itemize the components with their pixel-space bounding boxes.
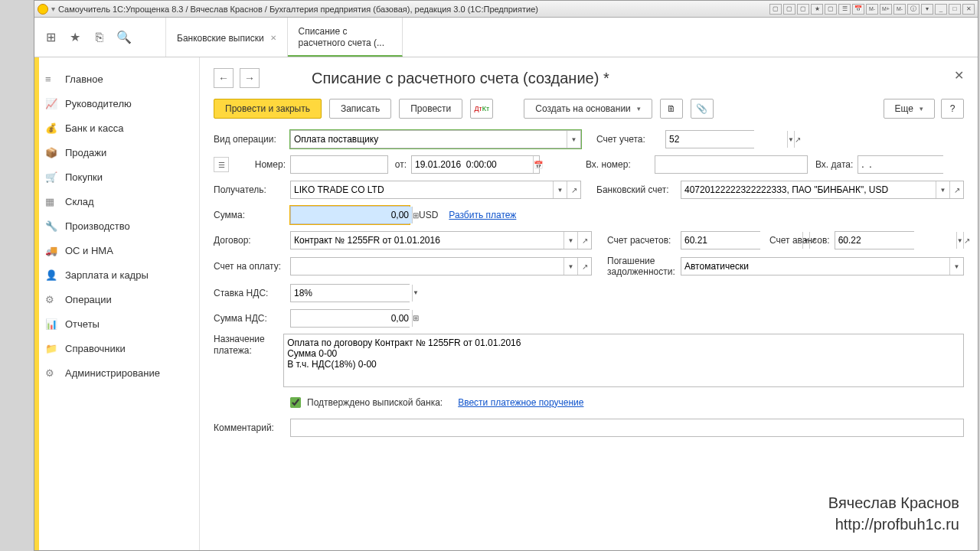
- sidebar-item-operations[interactable]: ⚙Операции: [34, 287, 199, 311]
- minimize-button[interactable]: _: [935, 4, 947, 15]
- open-icon[interactable]: ↗: [963, 232, 970, 249]
- open-icon[interactable]: ↗: [794, 131, 801, 148]
- confirmed-checkbox[interactable]: [290, 397, 301, 408]
- chevron-down-icon[interactable]: ▼: [787, 131, 794, 148]
- comment-input[interactable]: [290, 419, 964, 437]
- vat-sum-input[interactable]: ⊞: [290, 309, 410, 328]
- close-button[interactable]: ✕: [962, 4, 975, 15]
- account-label: Счет учета:: [596, 134, 665, 145]
- tb-icon[interactable]: ☰: [838, 4, 851, 15]
- number-input[interactable]: [290, 155, 388, 174]
- sidebar-item-sales[interactable]: 📦Продажи: [34, 140, 199, 165]
- dropdown-icon[interactable]: ▾: [51, 5, 55, 13]
- sidebar-item-assets[interactable]: 🚚ОС и НМА: [34, 238, 199, 262]
- page-title: Списание с расчетного счета (создание) *: [312, 70, 609, 87]
- dropdown-icon[interactable]: ▾: [921, 4, 933, 15]
- bank-acc-select[interactable]: ▼ ↗: [681, 181, 964, 199]
- apps-icon[interactable]: ⊞: [44, 31, 57, 44]
- close-page-button[interactable]: ✕: [954, 68, 964, 83]
- enter-payment-link[interactable]: Ввести платежное поручение: [458, 397, 583, 408]
- from-date-input[interactable]: 📅: [411, 155, 540, 174]
- debt-select[interactable]: ▼: [681, 257, 964, 276]
- chevron-down-icon[interactable]: ▼: [949, 258, 963, 275]
- create-based-button[interactable]: Создать на основании: [524, 99, 652, 119]
- from-label: от:: [388, 159, 411, 170]
- chevron-down-icon[interactable]: ▼: [567, 131, 580, 148]
- sidebar-item-production[interactable]: 🔧Производство: [34, 214, 199, 238]
- sum-input[interactable]: ⊞: [290, 206, 410, 224]
- tb-icon[interactable]: M-: [866, 4, 878, 15]
- nav-forward-button[interactable]: →: [240, 68, 260, 88]
- sidebar-item-bank[interactable]: 💰Банк и касса: [34, 116, 199, 140]
- tb-icon[interactable]: ▢: [783, 4, 795, 15]
- sidebar-item-salary[interactable]: 👤Зарплата и кадры: [34, 262, 199, 287]
- post-close-button[interactable]: Провести и закрыть: [214, 99, 322, 119]
- sidebar-item-purchases[interactable]: 🛒Покупки: [34, 165, 199, 189]
- chevron-down-icon[interactable]: ▼: [564, 232, 577, 249]
- tb-icon[interactable]: M+: [880, 4, 892, 15]
- sidebar-item-admin[interactable]: ⚙Администрирование: [34, 360, 199, 385]
- attach-button[interactable]: 📎: [691, 99, 714, 119]
- open-icon[interactable]: ↗: [567, 181, 580, 198]
- inc-date-input[interactable]: 📅: [858, 155, 943, 174]
- debit-credit-button[interactable]: ДтКт: [470, 99, 493, 119]
- close-icon[interactable]: ✕: [270, 34, 276, 42]
- more-button[interactable]: Еще: [884, 99, 935, 119]
- inc-number-input[interactable]: [655, 155, 808, 174]
- star-icon[interactable]: ★: [68, 31, 82, 44]
- nav-back-button[interactable]: ←: [214, 68, 234, 88]
- tb-icon[interactable]: ▢: [825, 4, 837, 15]
- chevron-down-icon[interactable]: ▼: [553, 181, 567, 198]
- open-icon[interactable]: ↗: [577, 258, 591, 275]
- calculator-icon[interactable]: ⊞: [412, 310, 419, 327]
- list-icon[interactable]: ☰: [214, 157, 229, 172]
- payee-select[interactable]: ▼ ↗: [290, 181, 581, 199]
- sidebar-item-manager[interactable]: 📈Руководителю: [34, 91, 199, 116]
- op-type-label: Вид операции:: [214, 134, 290, 145]
- invoice-select[interactable]: ▼ ↗: [290, 257, 592, 276]
- open-icon[interactable]: ↗: [577, 232, 591, 249]
- tb-icon[interactable]: ★: [811, 4, 823, 15]
- chevron-down-icon[interactable]: ▼: [936, 181, 949, 198]
- calendar-icon[interactable]: 📅: [533, 156, 543, 173]
- sidebar-item-main[interactable]: ≡Главное: [34, 67, 199, 91]
- tb-icon[interactable]: 📅: [852, 4, 864, 15]
- purpose-textarea[interactable]: [283, 334, 964, 387]
- sidebar: ≡Главное 📈Руководителю 💰Банк и касса 📦Пр…: [34, 57, 200, 550]
- save-button[interactable]: Записать: [329, 99, 391, 119]
- split-payment-link[interactable]: Разбить платеж: [449, 210, 516, 220]
- sidebar-item-reference[interactable]: 📁Справочники: [34, 336, 199, 360]
- inc-date-label: Вх. дата:: [815, 159, 853, 170]
- confirmed-label: Подтверждено выпиской банка:: [307, 397, 443, 408]
- contract-select[interactable]: ▼ ↗: [290, 231, 592, 249]
- search-icon[interactable]: 🔍: [117, 31, 131, 44]
- advance-acc-select[interactable]: ▼ ↗: [835, 231, 914, 249]
- chevron-down-icon[interactable]: ▼: [956, 232, 963, 249]
- tab-writeoff[interactable]: Списание с расчетного счета (...: [288, 18, 403, 57]
- info-icon[interactable]: ⓘ: [907, 4, 920, 15]
- chevron-down-icon[interactable]: ▼: [564, 258, 577, 275]
- tb-icon[interactable]: ▢: [797, 4, 809, 15]
- settle-acc-label: Счет расчетов:: [607, 235, 681, 246]
- open-icon[interactable]: ↗: [949, 181, 963, 198]
- tb-icon[interactable]: ▢: [769, 4, 782, 15]
- tab-bank-statements[interactable]: Банковские выписки ✕: [166, 18, 288, 57]
- vat-rate-label: Ставка НДС:: [214, 288, 290, 298]
- chevron-down-icon[interactable]: ▼: [412, 285, 419, 302]
- history-icon[interactable]: ⎘: [93, 31, 106, 44]
- vat-rate-select[interactable]: ▼: [290, 284, 410, 302]
- bank-acc-label: Банковский счет:: [596, 184, 681, 195]
- maximize-button[interactable]: □: [949, 4, 961, 15]
- sidebar-item-reports[interactable]: 📊Отчеты: [34, 311, 199, 336]
- tb-icon[interactable]: M-: [893, 4, 906, 15]
- print-button[interactable]: 🗎: [660, 99, 683, 119]
- currency-label: USD: [419, 210, 438, 220]
- calculator-icon[interactable]: ⊞: [412, 207, 419, 223]
- sidebar-item-warehouse[interactable]: ▦Склад: [34, 189, 199, 214]
- help-button[interactable]: ?: [941, 99, 964, 119]
- window-title: Самоучитель 1С:Упрощенка 8.3 / Вячеслав …: [58, 5, 769, 14]
- post-button[interactable]: Провести: [399, 99, 462, 119]
- op-type-select[interactable]: ▼: [290, 130, 581, 148]
- account-select[interactable]: ▼ ↗: [665, 130, 754, 148]
- settle-acc-select[interactable]: ▼ ↗: [681, 231, 760, 249]
